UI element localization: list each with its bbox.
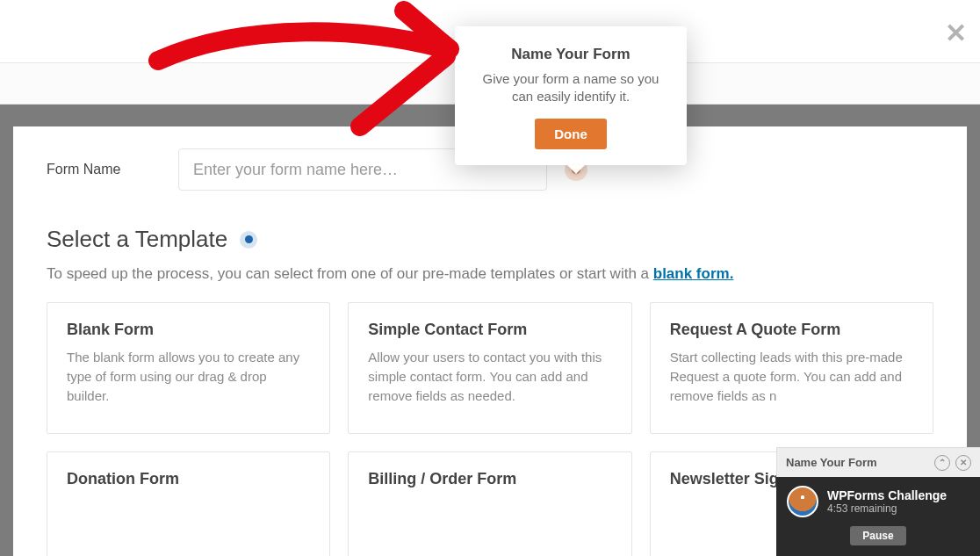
info-dot-icon: [240, 231, 257, 249]
challenge-step-label: Name Your Form: [786, 456, 877, 469]
template-card-contact[interactable]: Simple Contact Form Allow your users to …: [348, 302, 631, 434]
template-card-donation[interactable]: Donation Form: [47, 451, 330, 556]
template-heading: Select a Template: [47, 226, 933, 253]
form-name-label: Form Name: [47, 162, 178, 177]
template-desc: Allow your users to contact you with thi…: [368, 348, 611, 405]
template-card-blank[interactable]: Blank Form The blank form allows you to …: [47, 302, 330, 434]
template-desc-text: To speed up the process, you can select …: [47, 265, 653, 282]
template-title: Simple Contact Form: [368, 321, 611, 339]
template-desc: The blank form allows you to create any …: [67, 348, 310, 405]
challenge-remaining: 4:53 remaining: [827, 502, 947, 515]
close-icon[interactable]: ✕: [945, 18, 967, 48]
template-card-billing[interactable]: Billing / Order Form: [348, 451, 631, 556]
challenge-body: WPForms Challenge 4:53 remaining Pause: [776, 477, 980, 556]
pause-button[interactable]: Pause: [850, 526, 905, 545]
template-description: To speed up the process, you can select …: [47, 265, 933, 283]
avatar: [787, 486, 818, 517]
name-form-tooltip: Name Your Form Give your form a name so …: [455, 26, 687, 165]
template-heading-text: Select a Template: [47, 226, 227, 253]
done-button[interactable]: Done: [535, 119, 607, 149]
collapse-icon[interactable]: ⌃: [934, 455, 950, 471]
tooltip-body: Give your form a name so you can easily …: [474, 70, 667, 106]
template-card-quote[interactable]: Request A Quote Form Start collecting le…: [650, 302, 933, 434]
template-title: Donation Form: [67, 470, 310, 488]
challenge-header: Name Your Form ⌃ ✕: [776, 447, 980, 477]
template-section: Select a Template To speed up the proces…: [13, 226, 967, 283]
blank-form-link[interactable]: blank form.: [653, 265, 734, 282]
template-title: Request A Quote Form: [670, 321, 913, 339]
template-title: Blank Form: [67, 321, 310, 339]
template-title: Billing / Order Form: [368, 470, 611, 488]
template-desc: Start collecting leads with this pre-mad…: [670, 348, 913, 405]
challenge-title: WPForms Challenge: [827, 488, 947, 502]
tooltip-title: Name Your Form: [474, 46, 667, 63]
close-challenge-icon[interactable]: ✕: [955, 455, 971, 471]
challenge-widget: Name Your Form ⌃ ✕ WPForms Challenge 4:5…: [776, 447, 980, 556]
